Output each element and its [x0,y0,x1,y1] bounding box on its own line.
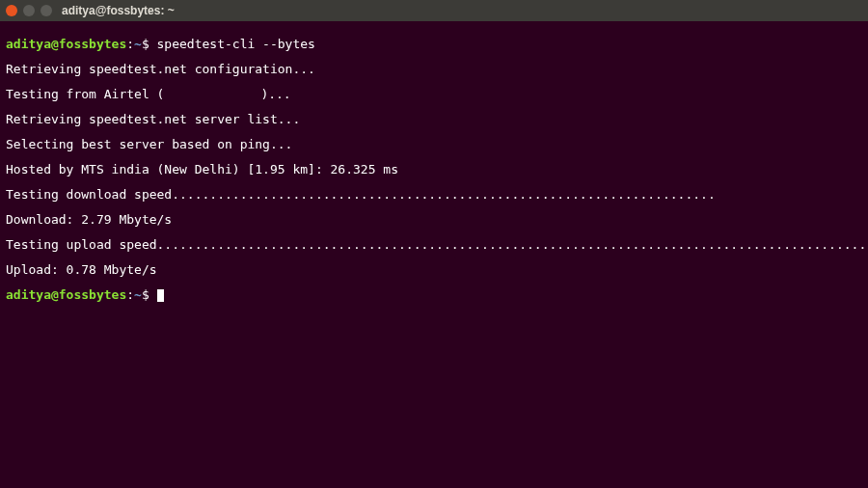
output-text: Testing from Airtel ( [6,87,164,101]
maximize-icon[interactable] [41,5,52,16]
output-line: Testing download speed..................… [6,188,862,201]
prompt-colon: : [126,37,134,51]
redacted-ip [164,89,260,99]
cursor-icon [157,289,164,302]
output-line: Retrieving speedtest.net server list... [6,113,862,125]
minimize-icon[interactable] [23,5,35,16]
output-line: Selecting best server based on ping... [6,138,862,150]
output-text: )... [260,87,290,101]
output-line: Download: 2.79 Mbyte/s [6,213,862,226]
window-controls [6,5,52,16]
prompt-line-2: aditya@fossbytes:~$ [6,288,862,302]
output-line: Upload: 0.78 Mbyte/s [6,263,862,276]
close-icon[interactable] [6,5,17,16]
prompt-dollar: $ [142,287,157,302]
command-text: speedtest-cli --bytes [157,37,315,51]
output-line: Hosted by MTS india (New Delhi) [1.95 km… [6,163,862,176]
window-titlebar: aditya@fossbytes: ~ [0,0,868,21]
output-line: Retrieving speedtest.net configuration..… [6,63,862,75]
output-line: Testing upload speed....................… [6,238,862,251]
prompt-user-host: aditya@fossbytes [6,37,126,51]
prompt-colon: : [126,287,134,302]
prompt-path: ~ [134,287,142,302]
window-title: aditya@fossbytes: ~ [62,4,175,17]
prompt-user-host: aditya@fossbytes [6,287,126,302]
terminal-area[interactable]: aditya@fossbytes:~$ speedtest-cli --byte… [0,21,868,318]
prompt-path: ~ [134,37,142,51]
output-line: Testing from Airtel ()... [6,88,862,100]
prompt-line-1: aditya@fossbytes:~$ speedtest-cli --byte… [6,38,862,50]
prompt-dollar: $ [142,37,157,51]
